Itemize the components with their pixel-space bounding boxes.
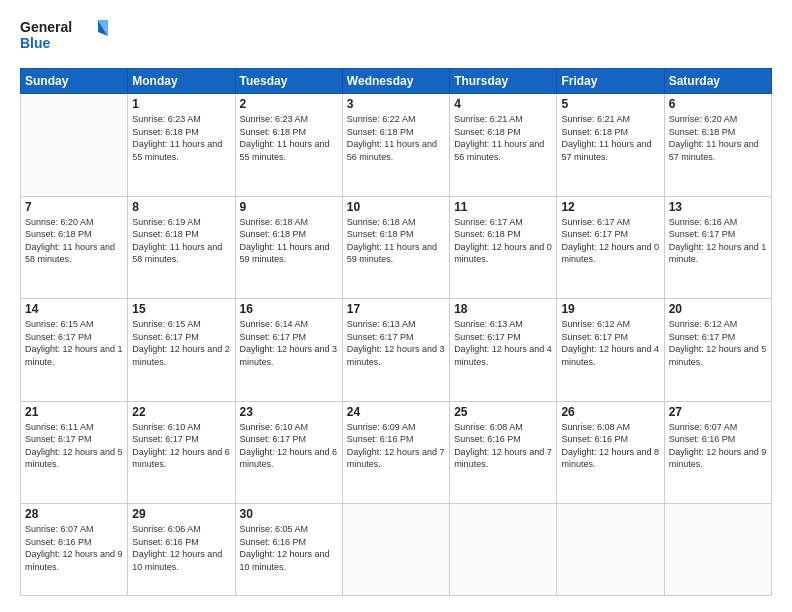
day-info: Sunrise: 6:05 AM Sunset: 6:16 PM Dayligh… bbox=[240, 523, 338, 573]
calendar-cell: 29Sunrise: 6:06 AM Sunset: 6:16 PM Dayli… bbox=[128, 504, 235, 596]
day-info: Sunrise: 6:19 AM Sunset: 6:18 PM Dayligh… bbox=[132, 216, 230, 266]
calendar-cell: 7Sunrise: 6:20 AM Sunset: 6:18 PM Daylig… bbox=[21, 196, 128, 299]
day-info: Sunrise: 6:06 AM Sunset: 6:16 PM Dayligh… bbox=[132, 523, 230, 573]
day-number: 9 bbox=[240, 200, 338, 214]
svg-text:General: General bbox=[20, 19, 72, 35]
svg-text:Blue: Blue bbox=[20, 35, 51, 51]
day-info: Sunrise: 6:20 AM Sunset: 6:18 PM Dayligh… bbox=[25, 216, 123, 266]
day-info: Sunrise: 6:18 AM Sunset: 6:18 PM Dayligh… bbox=[240, 216, 338, 266]
calendar-cell: 17Sunrise: 6:13 AM Sunset: 6:17 PM Dayli… bbox=[342, 299, 449, 402]
day-info: Sunrise: 6:09 AM Sunset: 6:16 PM Dayligh… bbox=[347, 421, 445, 471]
calendar-week-row: 1Sunrise: 6:23 AM Sunset: 6:18 PM Daylig… bbox=[21, 94, 772, 197]
day-number: 25 bbox=[454, 405, 552, 419]
calendar-cell: 9Sunrise: 6:18 AM Sunset: 6:18 PM Daylig… bbox=[235, 196, 342, 299]
calendar-cell bbox=[664, 504, 771, 596]
day-number: 18 bbox=[454, 302, 552, 316]
day-info: Sunrise: 6:12 AM Sunset: 6:17 PM Dayligh… bbox=[669, 318, 767, 368]
calendar-cell: 14Sunrise: 6:15 AM Sunset: 6:17 PM Dayli… bbox=[21, 299, 128, 402]
day-number: 16 bbox=[240, 302, 338, 316]
calendar-cell: 26Sunrise: 6:08 AM Sunset: 6:16 PM Dayli… bbox=[557, 401, 664, 504]
calendar-cell: 24Sunrise: 6:09 AM Sunset: 6:16 PM Dayli… bbox=[342, 401, 449, 504]
day-number: 23 bbox=[240, 405, 338, 419]
page-header: General Blue bbox=[20, 16, 772, 58]
day-number: 13 bbox=[669, 200, 767, 214]
weekday-header: Tuesday bbox=[235, 69, 342, 94]
day-number: 30 bbox=[240, 507, 338, 521]
day-number: 5 bbox=[561, 97, 659, 111]
day-info: Sunrise: 6:21 AM Sunset: 6:18 PM Dayligh… bbox=[561, 113, 659, 163]
calendar-cell: 4Sunrise: 6:21 AM Sunset: 6:18 PM Daylig… bbox=[450, 94, 557, 197]
calendar-week-row: 28Sunrise: 6:07 AM Sunset: 6:16 PM Dayli… bbox=[21, 504, 772, 596]
calendar-cell bbox=[21, 94, 128, 197]
day-info: Sunrise: 6:13 AM Sunset: 6:17 PM Dayligh… bbox=[454, 318, 552, 368]
day-info: Sunrise: 6:08 AM Sunset: 6:16 PM Dayligh… bbox=[454, 421, 552, 471]
day-info: Sunrise: 6:15 AM Sunset: 6:17 PM Dayligh… bbox=[25, 318, 123, 368]
day-info: Sunrise: 6:16 AM Sunset: 6:17 PM Dayligh… bbox=[669, 216, 767, 266]
day-info: Sunrise: 6:10 AM Sunset: 6:17 PM Dayligh… bbox=[240, 421, 338, 471]
calendar-cell: 23Sunrise: 6:10 AM Sunset: 6:17 PM Dayli… bbox=[235, 401, 342, 504]
day-number: 1 bbox=[132, 97, 230, 111]
day-number: 19 bbox=[561, 302, 659, 316]
day-info: Sunrise: 6:23 AM Sunset: 6:18 PM Dayligh… bbox=[240, 113, 338, 163]
day-number: 4 bbox=[454, 97, 552, 111]
day-number: 2 bbox=[240, 97, 338, 111]
day-info: Sunrise: 6:07 AM Sunset: 6:16 PM Dayligh… bbox=[25, 523, 123, 573]
calendar-cell: 22Sunrise: 6:10 AM Sunset: 6:17 PM Dayli… bbox=[128, 401, 235, 504]
day-info: Sunrise: 6:18 AM Sunset: 6:18 PM Dayligh… bbox=[347, 216, 445, 266]
calendar-cell: 20Sunrise: 6:12 AM Sunset: 6:17 PM Dayli… bbox=[664, 299, 771, 402]
day-number: 15 bbox=[132, 302, 230, 316]
calendar-week-row: 7Sunrise: 6:20 AM Sunset: 6:18 PM Daylig… bbox=[21, 196, 772, 299]
calendar-cell: 16Sunrise: 6:14 AM Sunset: 6:17 PM Dayli… bbox=[235, 299, 342, 402]
day-info: Sunrise: 6:10 AM Sunset: 6:17 PM Dayligh… bbox=[132, 421, 230, 471]
day-number: 24 bbox=[347, 405, 445, 419]
day-number: 10 bbox=[347, 200, 445, 214]
day-number: 7 bbox=[25, 200, 123, 214]
day-info: Sunrise: 6:17 AM Sunset: 6:17 PM Dayligh… bbox=[561, 216, 659, 266]
calendar-cell bbox=[557, 504, 664, 596]
day-info: Sunrise: 6:14 AM Sunset: 6:17 PM Dayligh… bbox=[240, 318, 338, 368]
calendar-week-row: 21Sunrise: 6:11 AM Sunset: 6:17 PM Dayli… bbox=[21, 401, 772, 504]
day-number: 22 bbox=[132, 405, 230, 419]
calendar-header-row: SundayMondayTuesdayWednesdayThursdayFrid… bbox=[21, 69, 772, 94]
calendar-cell: 8Sunrise: 6:19 AM Sunset: 6:18 PM Daylig… bbox=[128, 196, 235, 299]
weekday-header: Wednesday bbox=[342, 69, 449, 94]
calendar-cell bbox=[342, 504, 449, 596]
calendar-cell: 2Sunrise: 6:23 AM Sunset: 6:18 PM Daylig… bbox=[235, 94, 342, 197]
calendar-cell: 30Sunrise: 6:05 AM Sunset: 6:16 PM Dayli… bbox=[235, 504, 342, 596]
day-number: 21 bbox=[25, 405, 123, 419]
day-number: 3 bbox=[347, 97, 445, 111]
calendar-cell: 10Sunrise: 6:18 AM Sunset: 6:18 PM Dayli… bbox=[342, 196, 449, 299]
day-number: 17 bbox=[347, 302, 445, 316]
day-info: Sunrise: 6:07 AM Sunset: 6:16 PM Dayligh… bbox=[669, 421, 767, 471]
calendar-cell: 6Sunrise: 6:20 AM Sunset: 6:18 PM Daylig… bbox=[664, 94, 771, 197]
calendar-cell: 15Sunrise: 6:15 AM Sunset: 6:17 PM Dayli… bbox=[128, 299, 235, 402]
day-number: 6 bbox=[669, 97, 767, 111]
logo-icon: General Blue bbox=[20, 16, 110, 58]
weekday-header: Thursday bbox=[450, 69, 557, 94]
calendar-cell: 5Sunrise: 6:21 AM Sunset: 6:18 PM Daylig… bbox=[557, 94, 664, 197]
day-number: 20 bbox=[669, 302, 767, 316]
calendar-cell: 18Sunrise: 6:13 AM Sunset: 6:17 PM Dayli… bbox=[450, 299, 557, 402]
day-info: Sunrise: 6:23 AM Sunset: 6:18 PM Dayligh… bbox=[132, 113, 230, 163]
calendar-cell bbox=[450, 504, 557, 596]
day-info: Sunrise: 6:08 AM Sunset: 6:16 PM Dayligh… bbox=[561, 421, 659, 471]
calendar-cell: 13Sunrise: 6:16 AM Sunset: 6:17 PM Dayli… bbox=[664, 196, 771, 299]
day-number: 8 bbox=[132, 200, 230, 214]
calendar-cell: 27Sunrise: 6:07 AM Sunset: 6:16 PM Dayli… bbox=[664, 401, 771, 504]
day-number: 26 bbox=[561, 405, 659, 419]
calendar-cell: 1Sunrise: 6:23 AM Sunset: 6:18 PM Daylig… bbox=[128, 94, 235, 197]
calendar-table: SundayMondayTuesdayWednesdayThursdayFrid… bbox=[20, 68, 772, 596]
day-info: Sunrise: 6:11 AM Sunset: 6:17 PM Dayligh… bbox=[25, 421, 123, 471]
day-number: 27 bbox=[669, 405, 767, 419]
day-info: Sunrise: 6:13 AM Sunset: 6:17 PM Dayligh… bbox=[347, 318, 445, 368]
logo: General Blue bbox=[20, 16, 110, 58]
calendar-cell: 11Sunrise: 6:17 AM Sunset: 6:18 PM Dayli… bbox=[450, 196, 557, 299]
day-info: Sunrise: 6:15 AM Sunset: 6:17 PM Dayligh… bbox=[132, 318, 230, 368]
day-info: Sunrise: 6:22 AM Sunset: 6:18 PM Dayligh… bbox=[347, 113, 445, 163]
day-info: Sunrise: 6:12 AM Sunset: 6:17 PM Dayligh… bbox=[561, 318, 659, 368]
calendar-cell: 12Sunrise: 6:17 AM Sunset: 6:17 PM Dayli… bbox=[557, 196, 664, 299]
day-number: 29 bbox=[132, 507, 230, 521]
calendar-cell: 3Sunrise: 6:22 AM Sunset: 6:18 PM Daylig… bbox=[342, 94, 449, 197]
calendar-cell: 19Sunrise: 6:12 AM Sunset: 6:17 PM Dayli… bbox=[557, 299, 664, 402]
day-number: 11 bbox=[454, 200, 552, 214]
